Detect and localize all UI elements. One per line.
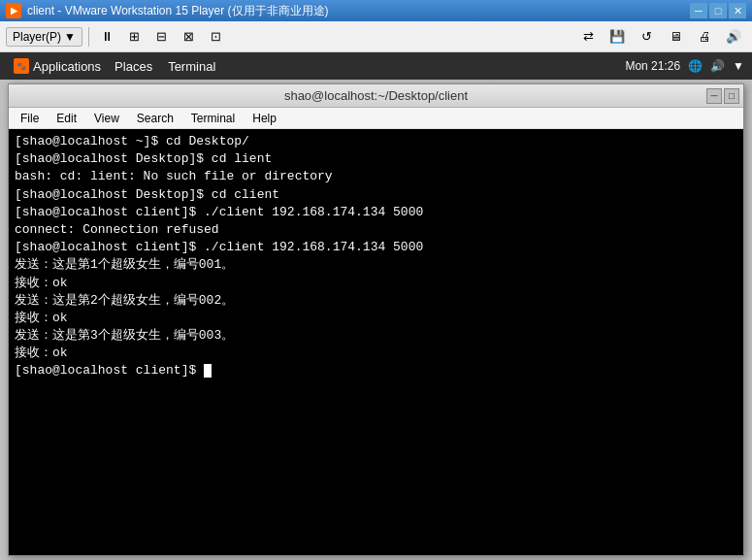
toolbar-icon-btn-2[interactable]: ⊟ [149, 25, 175, 49]
vmware-window-controls: ─ □ ✕ [690, 3, 746, 18]
menu-terminal[interactable]: Terminal [183, 110, 243, 127]
pause-button[interactable]: ⏸ [95, 25, 120, 49]
terminal-title: shao@localhost:~/Desktop/client [284, 88, 468, 103]
terminal-content[interactable]: [shao@localhost ~]$ cd Desktop/ [shao@lo… [9, 129, 743, 555]
toolbar-right-btn-5[interactable]: 🖨 [692, 25, 717, 49]
menu-file[interactable]: File [13, 110, 47, 127]
terminal-window: shao@localhost:~/Desktop/client ─ □ File… [8, 83, 744, 556]
vmware-titlebar: ▶ client - VMware Workstation 15 Player … [0, 0, 752, 21]
toolbar-right-btn-1[interactable]: ⇄ [575, 25, 601, 49]
vmware-icon: ▶ [6, 3, 21, 18]
more-icon: ▼ [733, 59, 744, 73]
menu-search[interactable]: Search [129, 110, 181, 127]
terminal-cursor [204, 364, 212, 378]
vmware-minimize-button[interactable]: ─ [690, 3, 707, 18]
volume-icon: 🔊 [710, 59, 725, 73]
menu-view[interactable]: View [86, 110, 127, 127]
toolbar-right: ⇄ 💾 ↺ 🖥 🖨 🔊 [575, 25, 746, 49]
toolbar-separator [88, 27, 89, 47]
terminal-maximize-button[interactable]: □ [724, 88, 739, 104]
gnome-datetime: Mon 21:26 [625, 59, 680, 73]
terminal-titlebar: shao@localhost:~/Desktop/client ─ □ [9, 84, 743, 108]
applications-label: Applications [33, 59, 101, 74]
terminal-menu[interactable]: Terminal [160, 57, 223, 76]
player-menu-button[interactable]: Player(P) ▼ [6, 27, 82, 47]
vmware-maximize-button[interactable]: □ [709, 3, 727, 18]
toolbar-icon-btn-3[interactable]: ⊠ [177, 25, 202, 49]
terminal-minimize-button[interactable]: ─ [706, 88, 722, 104]
toolbar-right-btn-4[interactable]: 🖥 [663, 25, 688, 49]
toolbar-right-btn-3[interactable]: ↺ [634, 25, 659, 49]
dropdown-icon: ▼ [64, 30, 76, 44]
menu-help[interactable]: Help [245, 110, 284, 127]
applications-icon: 🐾 [14, 58, 29, 74]
gnome-topbar-right: Mon 21:26 🌐 🔊 ▼ [625, 59, 744, 73]
gnome-topbar: 🐾 Applications Places Terminal Mon 21:26… [0, 52, 752, 80]
network-icon: 🌐 [688, 59, 703, 73]
vmware-toolbar: Player(P) ▼ ⏸ ⊞ ⊟ ⊠ ⊡ ⇄ 💾 ↺ 🖥 🖨 🔊 [0, 21, 752, 52]
terminal-window-controls: ─ □ [706, 88, 739, 104]
toolbar-icon-btn-4[interactable]: ⊡ [204, 25, 229, 49]
applications-menu[interactable]: 🐾 Applications [8, 56, 107, 76]
vmware-close-button[interactable]: ✕ [729, 3, 746, 18]
terminal-menubar: File Edit View Search Terminal Help [9, 108, 743, 129]
toolbar-right-btn-2[interactable]: 💾 [605, 25, 630, 49]
toolbar-right-btn-6[interactable]: 🔊 [721, 25, 746, 49]
places-menu[interactable]: Places [107, 57, 160, 76]
player-label: Player(P) [13, 30, 61, 44]
toolbar-icon-btn-1[interactable]: ⊞ [122, 25, 147, 49]
menu-edit[interactable]: Edit [49, 110, 84, 127]
vmware-title: client - VMware Workstation 15 Player (仅… [27, 3, 690, 19]
